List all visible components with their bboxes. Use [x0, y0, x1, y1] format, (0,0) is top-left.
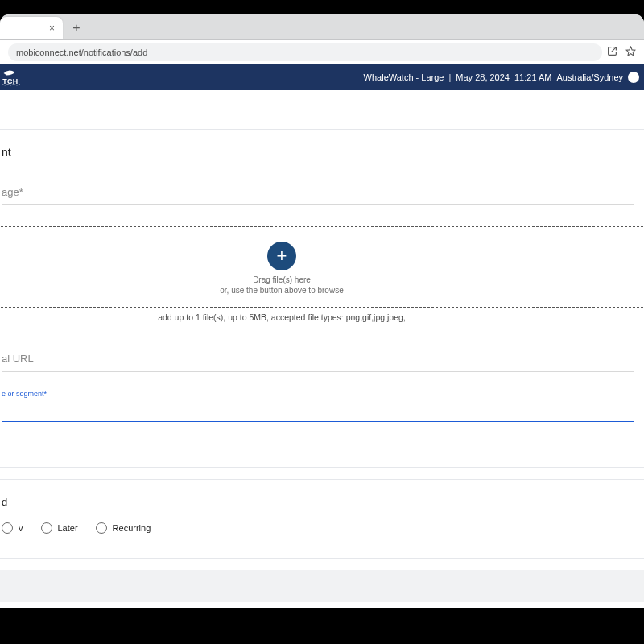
- header-status: WhaleWatch - Large | May 28, 2024 11:21 …: [364, 72, 639, 83]
- upload-line1: Drag file(s) here: [0, 275, 644, 286]
- external-url-field[interactable]: al URL: [2, 343, 634, 372]
- radio-icon: [2, 522, 13, 534]
- audience-field[interactable]: e or segment*: [2, 393, 634, 422]
- radio-now[interactable]: v: [2, 522, 23, 534]
- upload-dropzone[interactable]: + Drag file(s) here or, use the button a…: [0, 226, 644, 308]
- content-card: nt age* + Drag file(s) here or, use the …: [0, 129, 644, 468]
- star-icon[interactable]: [625, 46, 636, 59]
- audience-label: e or segment*: [2, 390, 47, 398]
- header-org: WhaleWatch - Large: [364, 72, 444, 82]
- open-external-icon[interactable]: [607, 46, 617, 59]
- footer-strip: [0, 570, 644, 602]
- url-text: mobiconnect.net/notifications/add: [16, 47, 147, 57]
- app-header: TCH WhaleWatch - Large | May 28, 2024 11…: [0, 64, 644, 90]
- browser-address-bar: mobiconnect.net/notifications/add: [0, 40, 644, 64]
- avatar[interactable]: [628, 72, 639, 83]
- external-url-label: al URL: [2, 353, 34, 365]
- send-heading: d: [2, 496, 634, 508]
- close-icon[interactable]: ×: [49, 23, 55, 34]
- content-heading: nt: [2, 146, 634, 159]
- radio-recurring[interactable]: Recurring: [96, 522, 151, 534]
- browser-window: × + mobiconnect.net/notifications/add TC…: [0, 14, 644, 608]
- header-tz: Australia/Sydney: [556, 72, 623, 82]
- radio-icon: [96, 522, 107, 534]
- browser-tab[interactable]: ×: [0, 17, 63, 39]
- radio-later[interactable]: Later: [41, 522, 78, 534]
- upload-area: + Drag file(s) here or, use the button a…: [0, 226, 634, 322]
- send-card: d v Later Recurring: [0, 479, 644, 559]
- radio-recurring-label: Recurring: [113, 523, 151, 533]
- radio-icon: [41, 522, 52, 534]
- header-date: May 28, 2024: [456, 72, 510, 82]
- send-schedule-radio-group: v Later Recurring: [2, 522, 634, 534]
- svg-text:TCH: TCH: [2, 77, 18, 85]
- new-tab-button[interactable]: +: [68, 19, 85, 37]
- upload-hint: add up to 1 file(s), up to 5MB, accepted…: [0, 312, 634, 322]
- upload-line2: or, use the button above to browse: [0, 286, 644, 296]
- header-sep: |: [448, 72, 451, 82]
- page-viewport: ons nt age* + Drag file(s) here or, use …: [0, 90, 644, 608]
- message-field[interactable]: age*: [2, 176, 634, 205]
- browser-tabstrip: × +: [0, 14, 644, 40]
- upload-plus-button[interactable]: +: [267, 242, 296, 270]
- logo[interactable]: TCH: [0, 67, 32, 88]
- page-title: ons: [0, 90, 644, 129]
- radio-now-label: v: [19, 523, 23, 533]
- radio-later-label: Later: [58, 523, 78, 533]
- svg-marker-0: [626, 47, 635, 56]
- header-time: 11:21 AM: [514, 72, 551, 82]
- message-label: age*: [2, 186, 23, 198]
- url-field[interactable]: mobiconnect.net/notifications/add: [8, 43, 602, 61]
